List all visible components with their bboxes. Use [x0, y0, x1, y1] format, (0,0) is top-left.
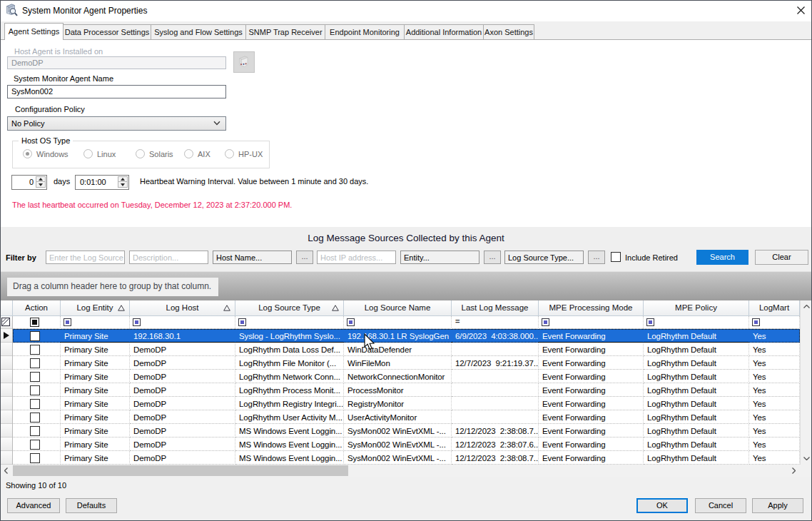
days-spin-up[interactable]: [36, 176, 46, 182]
tab-data-processor-settings[interactable]: Data Processor Settings: [63, 24, 151, 39]
grid-row[interactable]: Primary SiteDemoDPLogRhythm Process Moni…: [0, 383, 800, 397]
row-checkbox[interactable]: [30, 358, 40, 368]
defaults-button[interactable]: Defaults: [66, 498, 117, 513]
log-source-filter-input[interactable]: Enter the Log Source: [46, 251, 125, 264]
scroll-left-icon[interactable]: [0, 465, 12, 477]
filter-cell-log-entity[interactable]: [61, 316, 130, 329]
days-spinner[interactable]: 0: [11, 175, 47, 190]
row-checkbox[interactable]: [30, 399, 40, 409]
include-retired-checkbox[interactable]: [611, 252, 621, 262]
scroll-up-icon[interactable]: [801, 300, 812, 313]
filter-checkbox-icon: [30, 318, 39, 327]
column-header-log-source-name[interactable]: Log Source Name: [344, 300, 452, 316]
grid-row[interactable]: Primary SiteDemoDPLogRhythm Registry Int…: [0, 397, 800, 410]
log-source-type-browse-button[interactable]: ...: [588, 251, 605, 264]
filter-cell-last-log-message[interactable]: =: [452, 316, 539, 329]
radio-windows[interactable]: Windows: [23, 149, 68, 158]
filter-cell-log-source-type[interactable]: [235, 316, 344, 329]
apply-button[interactable]: Apply: [752, 498, 803, 513]
tab-additional-information[interactable]: Additional Information: [404, 24, 484, 39]
tab-axon-settings[interactable]: Axon Settings: [483, 24, 534, 39]
log-source-type-filter-input[interactable]: Log Source Type...: [504, 251, 584, 264]
filter-cell-mpe-processing-mode[interactable]: [539, 316, 644, 329]
log-sources-heading: Log Message Sources Collected by this Ag…: [0, 233, 812, 243]
grid-row[interactable]: Primary SiteDemoDPLogRhythm File Monitor…: [0, 356, 800, 370]
row-checkbox[interactable]: [30, 426, 40, 436]
group-by-strip: Drag a column header here to group by th…: [0, 271, 812, 300]
grid-row[interactable]: Primary Site192.168.30.1Syslog - LogRhyt…: [0, 329, 800, 343]
row-checkbox[interactable]: [30, 385, 40, 395]
row-checkbox[interactable]: [30, 331, 40, 341]
days-spin-down[interactable]: [36, 182, 46, 188]
radio-linux[interactable]: Linux: [83, 149, 116, 158]
column-header-last-log-message[interactable]: Last Log Message: [452, 300, 539, 316]
filter-cell-log-host[interactable]: [130, 316, 235, 329]
config-policy-dropdown[interactable]: No Policy: [7, 116, 226, 131]
days-label: days: [54, 177, 70, 186]
sort-ascending-icon: [118, 305, 125, 311]
cancel-button[interactable]: Cancel: [695, 498, 746, 513]
grid-vertical-scrollbar[interactable]: [800, 300, 812, 465]
radio-hp-ux[interactable]: HP-UX: [225, 149, 263, 158]
filter-cell-action[interactable]: [13, 316, 61, 329]
grid-row[interactable]: Primary SiteDemoDPMS Windows Event Loggi…: [0, 451, 800, 465]
grid-cell: LogRhythm Default: [644, 370, 749, 383]
entity-filter-input[interactable]: Entity...: [400, 251, 479, 264]
interval-spinner[interactable]: 0:01:00: [75, 175, 129, 190]
advanced-button[interactable]: Advanced: [7, 498, 60, 513]
column-header-action[interactable]: Action: [13, 300, 61, 316]
entity-browse-button[interactable]: ...: [484, 251, 501, 264]
row-checkbox[interactable]: [30, 372, 40, 382]
tab-syslog-and-flow-settings[interactable]: Syslog and Flow Settings: [151, 24, 246, 39]
grid-row[interactable]: Primary SiteDemoDPLogRhythm Network Conn…: [0, 370, 800, 383]
host-name-browse-button[interactable]: ...: [296, 251, 313, 264]
ok-button[interactable]: OK: [636, 498, 688, 513]
tab-endpoint-monitoring[interactable]: Endpoint Monitoring: [325, 24, 405, 39]
column-header-log-source-type[interactable]: Log Source Type: [235, 300, 344, 316]
search-button[interactable]: Search: [696, 250, 748, 265]
filter-cell-log-source-name[interactable]: [344, 316, 452, 329]
interval-spin-down[interactable]: [118, 182, 128, 188]
row-checkbox[interactable]: [30, 440, 40, 450]
horizontal-scroll-thumb[interactable]: [13, 465, 348, 476]
column-header-log-host[interactable]: Log Host: [130, 300, 235, 316]
column-header-mpe-processing-mode[interactable]: MPE Processing Mode: [539, 300, 644, 316]
grid-cell: Event Forwarding: [539, 437, 644, 451]
radio-solaris[interactable]: Solaris: [136, 149, 173, 158]
row-checkbox[interactable]: [30, 413, 40, 423]
grid-cell: DemoDP: [130, 451, 235, 465]
close-button[interactable]: [792, 1, 809, 19]
interval-spin-up[interactable]: [118, 176, 128, 182]
grid-horizontal-scrollbar[interactable]: [0, 465, 812, 477]
column-header-logmart[interactable]: LogMart: [749, 300, 800, 316]
filter-cell-mpe-policy[interactable]: [644, 316, 749, 329]
action-cell: [13, 410, 61, 424]
grid-cell: Yes: [749, 451, 800, 465]
scroll-down-icon[interactable]: [801, 452, 812, 465]
scroll-right-icon[interactable]: [788, 465, 800, 477]
row-checkbox[interactable]: [30, 345, 40, 355]
grid-row[interactable]: Primary SiteDemoDPMS Windows Event Loggi…: [0, 437, 800, 451]
column-header-mpe-policy[interactable]: MPE Policy: [644, 300, 749, 316]
description-filter-input[interactable]: Description...: [129, 251, 208, 264]
tab-snmp-trap-receiver[interactable]: SNMP Trap Receiver: [245, 24, 325, 39]
grid-row[interactable]: Primary SiteDemoDPMS Windows Event Loggi…: [0, 424, 800, 437]
column-header-log-entity[interactable]: Log Entity: [61, 300, 130, 316]
filter-row-header[interactable]: [0, 316, 13, 329]
filter-cell-logmart[interactable]: [749, 316, 800, 329]
row-checkbox[interactable]: [30, 453, 40, 463]
clear-button[interactable]: Clear: [755, 250, 808, 265]
radio-aix[interactable]: AIX: [184, 149, 210, 158]
column-header-label: Log Host: [166, 303, 198, 312]
grid-row[interactable]: Primary SiteDemoDPLogRhythm Data Loss De…: [0, 343, 800, 356]
grid-cell: [452, 370, 539, 383]
grid-cell: LogRhythm Default: [644, 343, 749, 356]
up-arrow-icon: [121, 178, 125, 181]
grid-header-row: ActionLog EntityLog HostLog Source TypeL…: [0, 300, 812, 316]
grid-cell: LogRhythm Network Conn...: [235, 370, 344, 383]
agent-name-field[interactable]: SysMon002: [7, 85, 226, 98]
host-name-filter-input[interactable]: Host Name...: [213, 251, 292, 264]
host-ip-filter-input[interactable]: Host IP address...: [317, 251, 396, 264]
grid-row[interactable]: Primary SiteDemoDPLogRhythm User Activit…: [0, 410, 800, 424]
tab-agent-settings[interactable]: Agent Settings: [4, 23, 64, 40]
